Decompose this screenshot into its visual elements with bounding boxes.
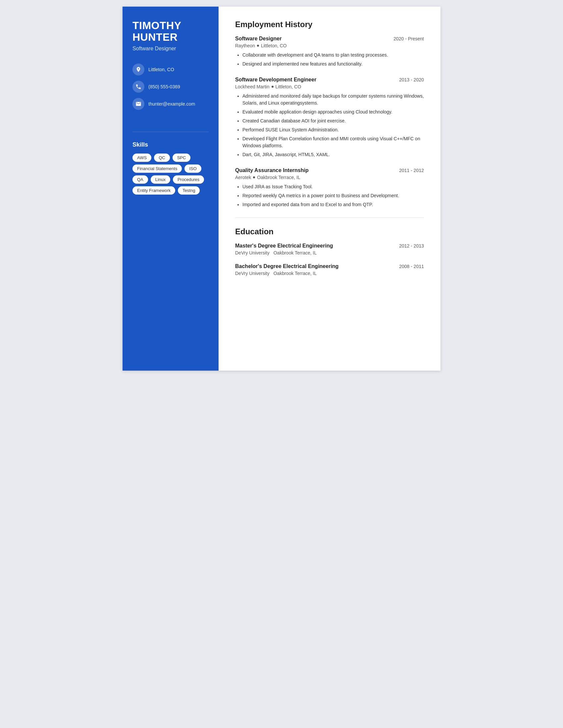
location-item: Littleton, CO [132,64,209,75]
edu-dates: 2008 - 2011 [399,264,424,269]
contact-section: Littleton, CO (850) 555-0369 thunter@exa… [132,64,209,115]
main-content: Employment History Software Designer2020… [218,7,441,371]
skill-tag: QC [154,154,170,162]
skill-tag: Procedures [173,175,204,184]
edu-header: Bachelor's Degree Electrical Engineering… [235,263,424,269]
job-dates: 2020 - Present [394,36,424,41]
skill-tag: ISO [184,164,201,173]
job-block: Software Designer2020 - PresentRaytheon … [235,36,424,68]
job-bullet-item: Evaluated mobile application design appr… [242,109,424,115]
email-icon [132,98,144,110]
email-item: thunter@example.com [132,98,209,110]
skill-tag: SPC [172,154,191,162]
job-bullet-item: Reported weekly QA metrics in a power po… [242,192,424,199]
job-bullet-item: Developed Flight Plan Correlation functi… [242,135,424,149]
phone-item: (850) 555-0369 [132,81,209,93]
job-bullet-item: Used JIRA as Issue Tracking Tool. [242,183,424,190]
job-block: Quality Assurance Internship2011 - 2012A… [235,167,424,208]
job-bullets: Collaborate with development and QA team… [235,52,424,68]
edu-degree: Master's Degree Electrical Engineering [235,243,333,249]
job-bullets: Used JIRA as Issue Tracking Tool.Reporte… [235,183,424,208]
job-company: Aerotek Oakbrook Terrace, IL [235,175,424,180]
section-divider [235,217,424,218]
edu-block: Master's Degree Electrical Engineering20… [235,243,424,255]
jobs-container: Software Designer2020 - PresentRaytheon … [235,36,424,208]
education-container: Master's Degree Electrical Engineering20… [235,243,424,276]
job-title: Software Designer [235,36,282,42]
skill-tag: Financial Statements [132,164,182,173]
job-bullet-item: Collaborate with development and QA team… [242,52,424,59]
resume-container: TIMOTHY HUNTER Software Designer Littlet… [122,7,441,371]
skill-tag: Linux [151,175,170,184]
phone-icon [132,81,144,93]
job-dates: 2013 - 2020 [399,77,424,82]
edu-school: DeVry University Oakbrook Terrace, IL [235,271,424,276]
email-text: thunter@example.com [148,101,195,107]
sidebar: TIMOTHY HUNTER Software Designer Littlet… [122,7,218,371]
sidebar-divider [132,132,209,132]
employment-section-title: Employment History [235,20,424,29]
edu-school: DeVry University Oakbrook Terrace, IL [235,250,424,255]
job-header: Software Designer2020 - Present [235,36,424,42]
job-bullet-item: Performed SUSE Linux System Administrati… [242,126,424,133]
edu-block: Bachelor's Degree Electrical Engineering… [235,263,424,276]
skills-heading: Skills [132,141,209,148]
candidate-title: Software Designer [132,46,209,52]
location-text: Littleton, CO [148,67,174,72]
candidate-name: TIMOTHY HUNTER [132,20,209,43]
location-icon [132,64,144,75]
job-block: Software Development Engineer2013 - 2020… [235,77,424,158]
education-section-title: Education [235,227,424,236]
job-company: Raytheon Littleton, CO [235,43,424,48]
job-bullet-item: Created Canadian database AOI for joint … [242,117,424,124]
job-dates: 2011 - 2012 [399,168,424,173]
edu-header: Master's Degree Electrical Engineering20… [235,243,424,249]
job-bullet-item: Dart, Git, JIRA, Javascript, HTML5, XAML… [242,151,424,158]
job-header: Quality Assurance Internship2011 - 2012 [235,167,424,173]
job-bullet-item: Imported and exported data from and to E… [242,201,424,208]
skill-tag: Entity Framework [132,186,175,195]
job-company: Lockheed Martin Littleton, CO [235,84,424,89]
edu-dates: 2012 - 2013 [399,243,424,249]
employment-section: Employment History Software Designer2020… [235,20,424,208]
skill-tag: QA [132,175,148,184]
job-bullets: Administered and monitored daily tape ba… [235,93,424,158]
job-bullet-item: Administered and monitored daily tape ba… [242,93,424,107]
job-title: Quality Assurance Internship [235,167,309,173]
phone-text: (850) 555-0369 [148,84,180,89]
edu-degree: Bachelor's Degree Electrical Engineering [235,263,339,269]
skill-tag: AWS [132,154,151,162]
skills-container: AWSQCSPCFinancial StatementsISOQALinuxPr… [132,154,209,195]
skill-tag: Testng [178,186,200,195]
job-bullet-item: Designed and implemented new features an… [242,61,424,68]
education-section: Education Master's Degree Electrical Eng… [235,227,424,276]
job-header: Software Development Engineer2013 - 2020 [235,77,424,83]
job-title: Software Development Engineer [235,77,316,83]
